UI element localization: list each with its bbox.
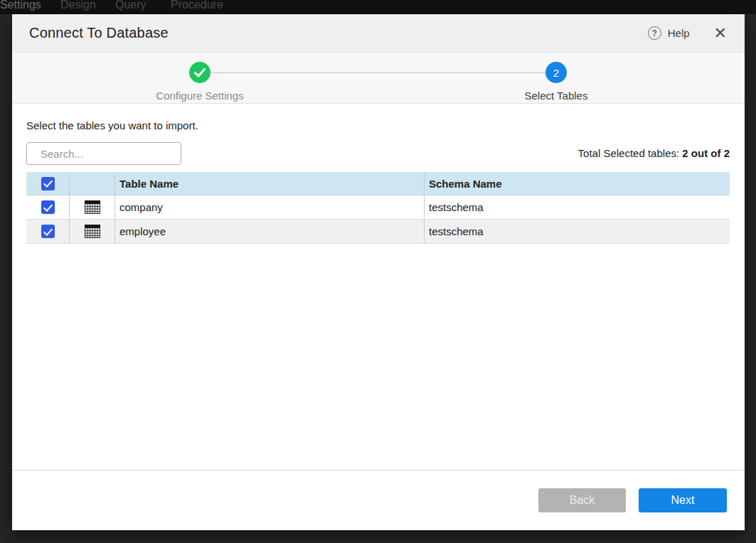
step-label: Select Tables xyxy=(499,90,613,102)
total-selected-text: Total Selected tables: 2 out of 2 xyxy=(578,142,730,165)
cell-table-name: employee xyxy=(115,220,425,243)
table-icon xyxy=(85,200,100,214)
menu-item-query[interactable]: Query xyxy=(115,0,147,11)
step-number-badge: 2 xyxy=(545,62,567,83)
cell-schema-name: testschema xyxy=(425,195,730,219)
back-button[interactable]: Back xyxy=(538,488,626,512)
menu-item-procedure[interactable]: Procedure xyxy=(171,0,223,11)
stepper-connector-line xyxy=(211,72,545,73)
wizard-stepper: Configure Settings 2 Select Tables xyxy=(12,52,745,104)
table-header-row: Table Name Schema Name xyxy=(26,172,730,195)
cell-table-name: company xyxy=(115,195,425,219)
next-button[interactable]: Next xyxy=(639,488,727,512)
dialog-title: Connect To Database xyxy=(29,25,169,41)
instruction-text: Select the tables you want to import. xyxy=(26,119,198,131)
column-header-schema-name[interactable]: Schema Name xyxy=(425,172,730,195)
background-menubar: Settings Design Query Procedure xyxy=(0,0,756,14)
total-selected-label: Total Selected tables: xyxy=(578,147,683,159)
menu-item-design[interactable]: Design xyxy=(60,0,96,11)
dialog-header: Connect To Database ? Help ✕ xyxy=(12,14,745,52)
step-configure-settings[interactable]: Configure Settings xyxy=(143,62,257,102)
footer-divider xyxy=(12,470,745,471)
table-row[interactable]: employee testschema xyxy=(26,220,730,244)
row-checkbox[interactable] xyxy=(41,200,55,214)
table-search-box[interactable] xyxy=(26,142,181,165)
icon-column-header xyxy=(70,172,115,195)
search-input[interactable] xyxy=(41,148,182,160)
connect-to-database-dialog: Connect To Database ? Help ✕ Configure S… xyxy=(12,14,745,530)
help-label[interactable]: Help xyxy=(668,27,690,39)
close-icon[interactable]: ✕ xyxy=(714,26,727,41)
tables-list: Table Name Schema Name company testschem… xyxy=(26,172,730,244)
select-all-checkbox[interactable] xyxy=(41,177,55,190)
menu-item-settings[interactable]: Settings xyxy=(0,0,41,11)
row-checkbox[interactable] xyxy=(41,225,55,238)
help-button[interactable]: ? Help xyxy=(648,26,690,40)
total-selected-value: 2 out of 2 xyxy=(682,147,730,159)
column-header-table-name[interactable]: Table Name xyxy=(115,172,425,195)
table-row[interactable]: company testschema xyxy=(26,195,730,220)
step-label: Configure Settings xyxy=(143,90,257,102)
table-icon xyxy=(85,225,100,238)
step-complete-check-icon xyxy=(189,62,211,83)
cell-schema-name: testschema xyxy=(425,220,730,243)
step-select-tables[interactable]: 2 Select Tables xyxy=(499,62,613,102)
help-icon[interactable]: ? xyxy=(648,26,661,40)
